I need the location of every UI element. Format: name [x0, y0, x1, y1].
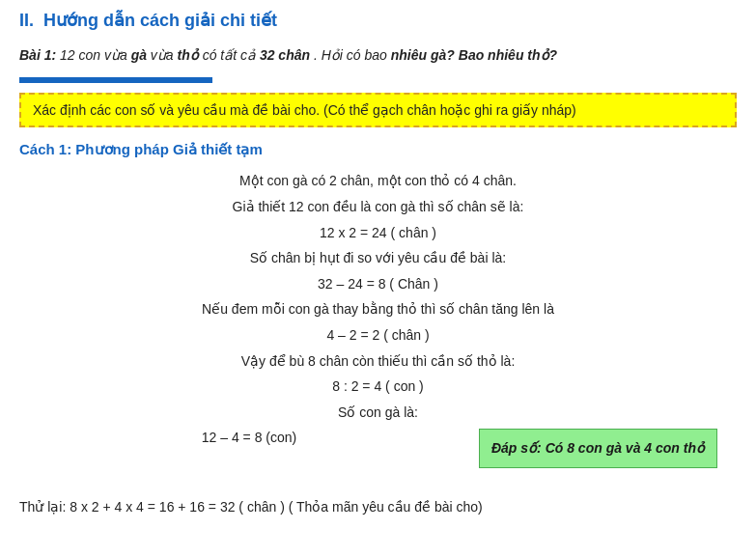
line-0: Một con gà có 2 chân, một con thỏ có 4 c…	[19, 168, 737, 194]
blue-bar	[19, 77, 212, 83]
verify-line: Thử lại: 8 x 2 + 4 x 4 = 16 + 16 = 32 ( …	[19, 491, 737, 515]
problem-bao-nhieu-tho: Bao nhiêu thỏ?	[459, 47, 557, 63]
line-3: Số chân bị hụt đi so với yêu cầu đề bài …	[19, 245, 737, 271]
problem-text-middle: vừa	[151, 47, 178, 63]
answer-box: Đáp số: Có 8 con gà và 4 con thỏ	[479, 429, 717, 468]
line-5: Nếu đem mỗi con gà thay bằng thỏ thì số …	[19, 296, 737, 322]
line-4: 32 – 24 = 8 ( Chân )	[19, 271, 737, 297]
yellow-hint-text: Xác định các con số và yêu cầu mà đề bài…	[33, 102, 576, 118]
problem-nhieu-ga: nhiêu gà?	[391, 47, 455, 63]
line-2: 12 x 2 = 24 ( chân )	[19, 220, 737, 246]
section-heading: Hướng dẫn cách giải chi tiết	[43, 10, 277, 31]
line-10-text: 12 – 4 = 8 (con)	[202, 430, 296, 445]
problem-text-after: có tất cả	[203, 47, 260, 63]
problem-chan-count: 32 chân	[260, 47, 310, 63]
section-number: II.	[19, 11, 34, 31]
problem-tho: thỏ	[178, 47, 199, 63]
line-9: Số con gà là:	[19, 400, 737, 426]
line-7: Vậy để bù 8 chân còn thiếu thì cần số th…	[19, 348, 737, 375]
line-6: 4 – 2 = 2 ( chân )	[19, 322, 737, 348]
section-title: II. Hướng dẫn cách giải chi tiết	[19, 10, 737, 31]
problem-label: Bài 1:	[19, 47, 56, 63]
line-8: 8 : 2 = 4 ( con )	[19, 374, 737, 400]
problem-text-before: 12 con vừa	[60, 47, 131, 63]
line-1: Giả thiết 12 con đều là con gà thì số ch…	[19, 194, 737, 220]
solution-body: Một con gà có 2 chân, một con thỏ có 4 c…	[19, 168, 737, 468]
method-title: Cách 1: Phương pháp Giả thiết tạm	[19, 141, 737, 158]
problem-statement: Bài 1: 12 con vừa gà vừa thỏ có tất cả 3…	[19, 44, 737, 66]
problem-ga: gà	[131, 47, 147, 63]
line-10: 12 – 4 = 8 (con) Đáp số: Có 8 con gà và …	[19, 425, 737, 468]
problem-question: . Hỏi có bao	[314, 47, 391, 63]
yellow-hint-box: Xác định các con số và yêu cầu mà đề bài…	[19, 93, 737, 127]
